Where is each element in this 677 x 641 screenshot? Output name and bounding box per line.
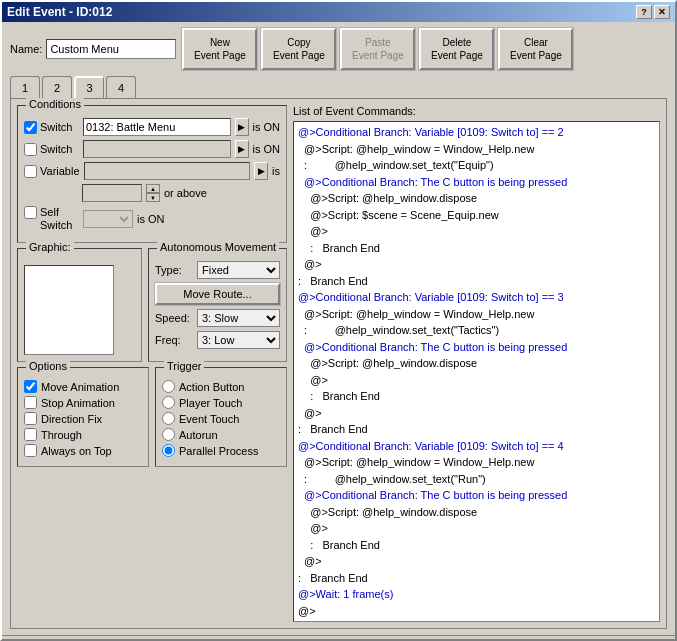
trigger-autorun-radio[interactable] [162,428,175,441]
am-speed-select[interactable]: 1: x8 Slower 2: x4 Slower 3: Slow 4: Fas… [197,309,280,327]
stop-animation-checkbox[interactable] [24,396,37,409]
selfswitch-label: SelfSwitch [24,206,79,232]
cmd-line: @> [296,603,657,620]
move-route-button[interactable]: Move Route... [155,283,280,305]
cmd-line: @> [296,256,657,273]
cmd-line: @> [296,372,657,389]
switch1-checkbox[interactable] [24,121,37,134]
option-always-on-top: Always on Top [24,444,142,457]
cmd-line: @> [296,520,657,537]
cmd-line: @>Script: @help_window.dispose [296,190,657,207]
variable-checkbox[interactable] [24,165,37,178]
variable-suffix: is [272,165,280,177]
cmd-line: @>Wait: 1 frame(s) [296,586,657,603]
trigger-autorun-label: Autorun [179,429,218,441]
cmd-line: @>Conditional Branch: Variable [0109: Sw… [296,289,657,306]
name-input[interactable] [46,39,176,59]
commands-list[interactable]: @>Conditional Branch: Variable [0109: Sw… [293,121,660,622]
close-button[interactable]: ✕ [654,5,670,19]
variable-num-input[interactable] [82,184,142,202]
cmd-line: @>Conditional Branch: Variable [0109: Sw… [296,124,657,141]
condition-switch2-row: Switch ▶ is ON [24,140,280,158]
direction-fix-checkbox[interactable] [24,412,37,425]
options-trigger-row: Options Move Animation Stop Animation [17,367,287,467]
switch2-pick-button[interactable]: ▶ [235,140,249,158]
am-speed-label: Speed: [155,312,193,324]
always-on-top-checkbox[interactable] [24,444,37,457]
graphic-area[interactable] [24,265,114,355]
toolbar-buttons: NewEvent Page CopyEvent Page PasteEvent … [182,28,573,70]
stop-animation-label: Stop Animation [41,397,115,409]
move-animation-label: Move Animation [41,381,119,393]
right-column: List of Event Commands: @>Conditional Br… [293,105,660,622]
graphic-group: Graphic: [17,248,142,362]
selfswitch-select[interactable] [83,210,133,228]
am-type-select[interactable]: Fixed Random Approach Custom [197,261,280,279]
switch2-checkbox[interactable] [24,143,37,156]
variable-spin-down[interactable]: ▼ [146,193,160,202]
direction-fix-label: Direction Fix [41,413,102,425]
cmd-line: : @help_window.set_text("Equip") [296,157,657,174]
tab-1[interactable]: 1 [10,76,40,98]
condition-selfswitch-row: SelfSwitch is ON [24,206,280,232]
switch2-label: Switch [24,143,79,156]
title-bar-buttons: ? ✕ [636,5,670,19]
trigger-player-radio[interactable] [162,396,175,409]
copy-event-page-button[interactable]: CopyEvent Page [261,28,336,70]
am-freq-label: Freq: [155,334,193,346]
switch1-input[interactable] [83,118,231,136]
cmd-line: : Branch End [296,388,657,405]
footer: OK Cancel Apply [2,635,675,641]
variable-pick-button[interactable]: ▶ [254,162,268,180]
help-button[interactable]: ? [636,5,652,19]
switch1-pick-button[interactable]: ▶ [235,118,249,136]
switch2-input[interactable] [83,140,231,158]
tab-3[interactable]: 3 [74,76,104,98]
cmd-line: @>Conditional Branch: The C button is be… [296,487,657,504]
options-title: Options [26,360,70,372]
move-animation-checkbox[interactable] [24,380,37,393]
new-event-page-button[interactable]: NewEvent Page [182,28,257,70]
option-direction-fix: Direction Fix [24,412,142,425]
two-column-layout: Conditions Switch ▶ is ON [17,105,660,622]
trigger-group: Trigger Action Button Player Touch [155,367,287,467]
am-freq-select[interactable]: 1: Lowest 2: Lower 3: Low 4: High 5: Hig… [197,331,280,349]
am-type-label: Type: [155,264,193,276]
cmd-line: : @help_window.set_text("Run") [296,471,657,488]
window-title: Edit Event - ID:012 [7,5,112,19]
am-speed-row: Speed: 1: x8 Slower 2: x4 Slower 3: Slow… [155,309,280,327]
variable-input[interactable] [84,162,251,180]
tab-2[interactable]: 2 [42,76,72,98]
trigger-action-label: Action Button [179,381,244,393]
clear-event-page-button[interactable]: ClearEvent Page [498,28,573,70]
am-type-row: Type: Fixed Random Approach Custom [155,261,280,279]
name-row: Name: NewEvent Page CopyEvent Page Paste… [10,28,667,70]
trigger-event-touch: Event Touch [162,412,280,425]
switch2-text: Switch [40,143,72,155]
cmd-line: @>Script: @help_window = Window_Help.new [296,141,657,158]
content-area: Name: NewEvent Page CopyEvent Page Paste… [2,22,675,635]
cmd-line: @> [296,405,657,422]
trigger-autorun: Autorun [162,428,280,441]
cmd-line: : Branch End [296,421,657,438]
tab-4[interactable]: 4 [106,76,136,98]
paste-event-page-button[interactable]: PasteEvent Page [340,28,415,70]
trigger-event-radio[interactable] [162,412,175,425]
condition-switch1-row: Switch ▶ is ON [24,118,280,136]
through-checkbox[interactable] [24,428,37,441]
selfswitch-text: SelfSwitch [40,206,72,232]
trigger-parallel-process: Parallel Process [162,444,280,457]
condition-variable-row: Variable ▶ is [24,162,280,180]
selfswitch-checkbox[interactable] [24,206,37,219]
delete-event-page-button[interactable]: DeleteEvent Page [419,28,494,70]
trigger-player-touch: Player Touch [162,396,280,409]
autonomous-movement-group: Autonomous Movement Type: Fixed Random A… [148,248,287,362]
options-group: Options Move Animation Stop Animation [17,367,149,467]
variable-spin-up[interactable]: ▲ [146,184,160,193]
trigger-action-radio[interactable] [162,380,175,393]
trigger-parallel-radio[interactable] [162,444,175,457]
variable-spin: ▲ ▼ [146,184,160,202]
trigger-event-label: Event Touch [179,413,239,425]
cmd-line: @>Conditional Branch: The C button is be… [296,339,657,356]
conditions-group: Conditions Switch ▶ is ON [17,105,287,243]
